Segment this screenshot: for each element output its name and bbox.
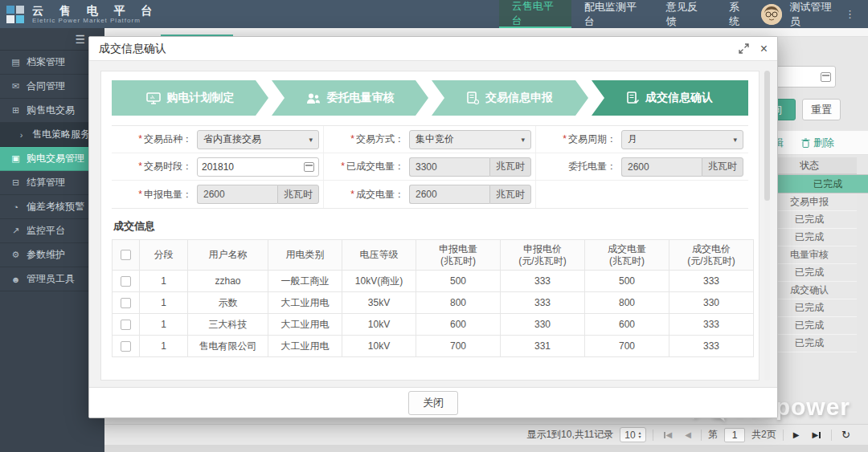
row-checkbox[interactable]: [121, 320, 131, 330]
delete-link[interactable]: 删除: [801, 136, 834, 150]
nav-item-distribution-monitor[interactable]: 配电监测平台: [571, 0, 653, 28]
trade-icon: ⊞: [10, 105, 21, 116]
last-page-icon: ▶: [812, 430, 818, 439]
sidebar-item-label: 购电交易管理: [27, 152, 84, 165]
screen: 云 售 电 平 台 Eletric Power Market Platform …: [0, 0, 868, 452]
field-label: 成交电量：: [327, 188, 404, 202]
pagination-bar: 显示1到10,共11记录 10 ▴▾ ◀ ◀ 第 共2页 ▶ ▶ ↻: [104, 424, 868, 445]
sidebar-item-label: 档案管理: [27, 55, 65, 69]
cell-deal-price: 333: [669, 336, 754, 357]
cell-deal-price: 333: [669, 271, 754, 292]
bottom-edge: [104, 445, 868, 452]
cell-user-name: 三大科技: [188, 314, 268, 336]
avatar[interactable]: [761, 4, 782, 25]
cell-declared-volume: 600: [416, 314, 501, 336]
cell-usage-type: 一般工商业: [268, 271, 342, 292]
modal-title: 成交信息确认: [99, 42, 166, 56]
field-label: 委托电量：: [539, 160, 616, 173]
first-page-button[interactable]: ◀: [660, 430, 676, 439]
cell-user-name: zzhao: [188, 271, 268, 292]
cell-segment: 1: [140, 271, 188, 292]
cell-declared-price: 330: [501, 314, 585, 336]
gear-icon: ⚙: [10, 250, 21, 260]
contract-icon: ✉: [10, 81, 21, 92]
scrollbar-thumb[interactable]: [764, 71, 770, 201]
trade-mode-select[interactable]: 集中竞价▾: [409, 130, 531, 149]
field-label: 已成交电量：: [327, 160, 404, 173]
divider: [831, 430, 832, 441]
expand-icon[interactable]: [739, 43, 749, 54]
divider: [701, 430, 702, 441]
cell-deal-volume: 800: [585, 292, 669, 314]
next-page-button[interactable]: ▶: [790, 430, 803, 439]
cell-segment: 1: [140, 314, 188, 336]
cell-deal-price: 330: [669, 292, 754, 314]
admin-icon: ☻: [10, 275, 21, 284]
caret-down-icon: ▾: [309, 136, 313, 144]
more-menu-icon[interactable]: ⋮: [843, 8, 857, 20]
calendar-icon: [821, 72, 831, 82]
sidebar-item-label: 结算管理: [27, 176, 65, 189]
spinner-down-icon: ▾: [639, 435, 641, 439]
modal-scrollbar[interactable]: [764, 71, 770, 381]
cell-user-name: 售电有限公司: [188, 336, 268, 357]
step-label: 委托电量审核: [327, 91, 395, 105]
gauge-icon: ◔: [10, 202, 21, 212]
empty-cell: [536, 181, 748, 208]
cell-deal-volume: 600: [585, 314, 669, 336]
cell-declared-price: 333: [501, 271, 585, 292]
col-header: 申报电量(兆瓦时): [416, 240, 501, 271]
cell-declared-volume: 800: [416, 292, 501, 314]
last-page-button[interactable]: ▶: [809, 430, 825, 439]
app-title: 云 售 电 平 台: [32, 5, 159, 17]
username: 测试管理员: [790, 0, 835, 29]
status-cell[interactable]: 已完成: [767, 174, 868, 193]
app-subtitle: Eletric Power Market Platform: [32, 17, 159, 24]
calendar-icon[interactable]: [304, 162, 314, 172]
cell-voltage-level: 10kV(商业): [342, 271, 416, 292]
unit-label: 兆瓦时: [489, 185, 531, 204]
document-icon: ▣: [10, 153, 21, 164]
unit-label: 兆瓦时: [277, 185, 319, 204]
refresh-button[interactable]: ↻: [838, 429, 854, 441]
deal-table: 分段 用户名称 用电类别 电压等级 申报电量(兆瓦时) 申报电价(元/兆瓦时) …: [112, 239, 754, 357]
trash-icon: [801, 138, 810, 148]
sidebar-item-label: 偏差考核预警: [27, 200, 84, 214]
nav-item-system[interactable]: 系统: [716, 0, 760, 28]
col-header: 分段: [140, 240, 188, 271]
logo-squares-icon: [6, 5, 26, 24]
step-label: 交易信息申报: [485, 91, 553, 105]
cell-declared-price: 331: [501, 336, 585, 357]
select-all-checkbox[interactable]: [121, 250, 131, 260]
trade-cycle-select[interactable]: 月▾: [621, 130, 743, 149]
close-button[interactable]: 关闭: [408, 391, 458, 415]
col-header: 用电类别: [268, 240, 342, 271]
modal-body: 购电计划制定 委托电量审核 交易信息申报 成交信息确认: [89, 61, 777, 387]
row-checkbox[interactable]: [121, 276, 131, 287]
nav-item-feedback[interactable]: 意见反馈: [653, 0, 717, 28]
close-icon[interactable]: ×: [760, 43, 768, 55]
nav-item-cloud-platform[interactable]: 云售电平台: [499, 0, 571, 28]
id-card-icon: ▤: [10, 57, 21, 67]
cell-segment: 1: [140, 292, 188, 314]
cell-usage-type: 大工业用电: [268, 314, 342, 336]
reset-button[interactable]: 重置: [802, 99, 841, 120]
dealt-volume-input[interactable]: [409, 157, 489, 177]
trade-variety-select[interactable]: 省内直接交易▾: [197, 130, 319, 149]
row-checkbox[interactable]: [121, 341, 131, 352]
field-deal-volume: 成交电量： 兆瓦时: [324, 181, 536, 208]
deal-volume-input[interactable]: [409, 185, 489, 204]
trade-period-input[interactable]: [202, 161, 290, 173]
sidebar-item-label: 管理员工具: [27, 272, 75, 286]
current-page-input[interactable]: [724, 428, 745, 442]
field-label: 交易时段：: [115, 160, 192, 173]
table-row: 1 三大科技 大工业用电 10kV 600 330 600 333: [113, 314, 754, 336]
field-entrusted-volume: 委托电量： 兆瓦时: [536, 153, 748, 181]
declared-volume-input[interactable]: [197, 185, 277, 204]
prev-page-button[interactable]: ◀: [682, 430, 694, 439]
page-size-select[interactable]: 10 ▴▾: [620, 427, 645, 442]
row-checkbox[interactable]: [121, 298, 131, 308]
entrusted-volume-input[interactable]: [621, 157, 702, 177]
unit-label: 兆瓦时: [489, 157, 531, 177]
top-nav: 云售电平台 配电监测平台 意见反馈 系统: [499, 0, 761, 28]
